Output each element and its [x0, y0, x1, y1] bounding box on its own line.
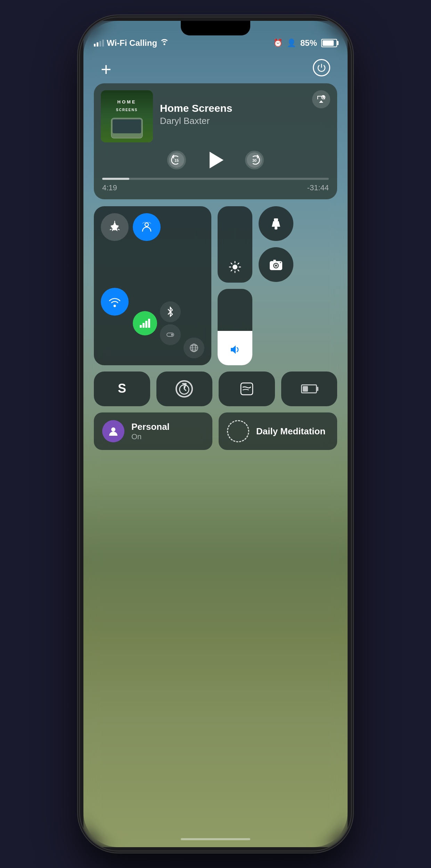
daily-meditation-icon [227, 420, 249, 442]
focus-chain-button[interactable] [160, 324, 181, 345]
timer-button[interactable] [156, 372, 213, 406]
airdrop-button[interactable] [133, 213, 161, 241]
airplay-button[interactable] [312, 90, 330, 108]
svg-text:30: 30 [252, 158, 257, 162]
daily-meditation-title: Daily Meditation [256, 426, 325, 437]
svg-line-24 [231, 270, 232, 271]
skip-back-button[interactable]: 15 [167, 151, 186, 169]
now-playing-card[interactable]: HOME SCREENS Home Screens Daryl Baxter [94, 83, 337, 199]
now-playing-top: HOME SCREENS Home Screens Daryl Baxter [101, 90, 330, 142]
personal-focus-icon [102, 420, 124, 442]
volume-slider[interactable] [218, 289, 252, 365]
status-bar: Wi-Fi Calling ⏰ 👤 85% [94, 38, 337, 48]
playback-controls: 15 30 [101, 148, 330, 172]
shazam-button[interactable]: S [94, 372, 150, 406]
progress-times: 4:19 -31:44 [102, 183, 329, 192]
play-pause-button[interactable] [203, 148, 228, 172]
svg-point-36 [111, 427, 115, 432]
battery-fill [323, 40, 334, 46]
brightness-slider[interactable] [218, 206, 252, 283]
svg-line-21 [231, 263, 232, 264]
right-column [259, 206, 337, 365]
power-button[interactable] [313, 59, 330, 76]
personal-focus-subtitle: On [131, 432, 170, 441]
svg-line-23 [238, 263, 239, 264]
track-artist: Daryl Baxter [160, 116, 305, 126]
svg-rect-35 [241, 383, 253, 395]
signal-bar-1 [94, 44, 96, 47]
flashlight-button[interactable] [259, 206, 293, 241]
person-icon: 👤 [287, 39, 296, 48]
personal-focus-tile[interactable]: Personal On [94, 412, 212, 450]
control-center: HOME SCREENS Home Screens Daryl Baxter [94, 83, 337, 457]
skip-forward-button[interactable]: 30 [245, 151, 264, 169]
daily-meditation-text: Daily Meditation [256, 426, 325, 437]
svg-rect-25 [274, 218, 278, 221]
carrier-label: Wi-Fi Calling [107, 38, 157, 48]
svg-point-11 [145, 223, 148, 226]
quick-actions-row: S [94, 372, 337, 406]
personal-focus-text: Personal On [131, 422, 170, 441]
wifi-toggle-button[interactable] [101, 288, 129, 316]
play-icon [210, 152, 223, 168]
bluetooth-button[interactable] [160, 301, 181, 322]
add-widget-button[interactable]: + [101, 59, 111, 80]
svg-rect-2 [113, 119, 141, 133]
svg-text:HOME: HOME [117, 99, 137, 105]
signal-bar-4 [102, 40, 104, 47]
signal-strength [94, 40, 104, 47]
shortcuts-row: Personal On Daily Meditation [94, 412, 337, 450]
memo-button[interactable] [219, 372, 275, 406]
battery-status-button[interactable] [281, 372, 338, 406]
cellular-button[interactable] [133, 311, 157, 335]
notch [181, 21, 250, 35]
progress-container[interactable]: 4:19 -31:44 [101, 178, 330, 192]
svg-point-6 [323, 97, 324, 98]
volume-icon [229, 343, 241, 359]
svg-text:SCREENS: SCREENS [116, 108, 138, 112]
track-info: Home Screens Daryl Baxter [160, 102, 305, 131]
battery-percent-label: 85% [300, 38, 317, 48]
time-elapsed: 4:19 [102, 183, 117, 192]
airplane-mode-button[interactable] [101, 213, 129, 241]
status-left: Wi-Fi Calling [94, 38, 169, 48]
vpn-button[interactable] [184, 337, 204, 358]
brightness-fill [218, 279, 252, 283]
screen: Wi-Fi Calling ⏰ 👤 85% + [83, 21, 348, 847]
signal-bar-2 [97, 42, 98, 47]
progress-bar[interactable] [102, 178, 329, 180]
track-title: Home Screens [160, 102, 305, 114]
time-remaining: -31:44 [307, 183, 329, 192]
cellular-bars-icon [140, 319, 150, 328]
wifi-status-icon [160, 39, 169, 48]
phone-frame: Wi-Fi Calling ⏰ 👤 85% + [80, 17, 351, 851]
status-right: ⏰ 👤 85% [273, 38, 337, 48]
svg-point-32 [280, 262, 281, 263]
timer-icon [176, 380, 193, 398]
battery-icon-fill [303, 386, 308, 392]
svg-rect-26 [275, 227, 277, 229]
svg-rect-31 [273, 260, 276, 261]
network-tile[interactable] [94, 206, 211, 365]
camera-button[interactable] [259, 247, 293, 282]
battery-icon [301, 384, 317, 393]
svg-text:15: 15 [174, 158, 179, 162]
signal-bar-3 [99, 41, 101, 47]
sliders-column [218, 206, 252, 365]
personal-focus-title: Personal [131, 422, 170, 432]
brightness-icon [229, 261, 241, 276]
daily-meditation-tile[interactable]: Daily Meditation [219, 412, 337, 450]
svg-point-30 [275, 265, 277, 267]
svg-line-22 [238, 270, 239, 271]
progress-fill [102, 178, 129, 180]
svg-text:S: S [118, 381, 126, 395]
battery-indicator [321, 39, 337, 47]
main-controls-grid [94, 206, 337, 365]
svg-point-13 [171, 334, 173, 336]
home-indicator[interactable] [181, 838, 250, 840]
svg-point-16 [233, 265, 237, 269]
album-art: HOME SCREENS [101, 90, 153, 142]
alarm-icon: ⏰ [273, 39, 283, 48]
svg-point-12 [114, 305, 116, 307]
